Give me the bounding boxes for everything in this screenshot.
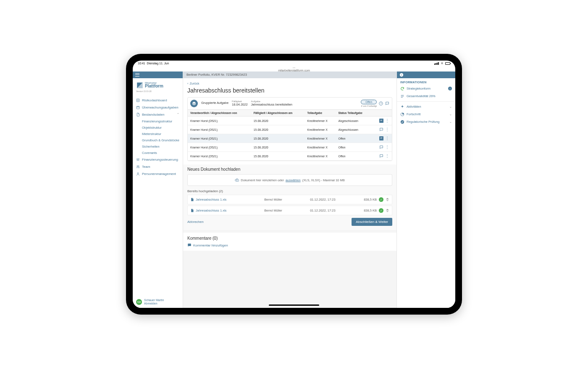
battery-icon — [445, 62, 450, 65]
breadcrumb-bar: Berliner Portfolio, KVER Nr. 72329982342… — [183, 71, 396, 78]
user-name: Schauer Martin — [144, 299, 164, 302]
upload-dropzone[interactable]: Dokument hier reinziehen oder auswählen … — [187, 174, 392, 186]
logout-link[interactable]: Abmelden — [144, 302, 164, 305]
task-progress: 2 von 4 erledigt — [361, 105, 377, 107]
nav-sub-sicherheiten[interactable]: Sicherheiten — [133, 143, 183, 150]
help-icon[interactable]: ? — [379, 101, 383, 106]
table-row[interactable]: Kramer Horst (D521)15.08.2020Kreditnehme… — [188, 125, 392, 134]
nav-sub-objekt[interactable]: Objektstruktur — [133, 124, 183, 131]
chevron-down-icon: ⌄ — [449, 113, 452, 116]
comments-title: Kommentare (0) — [187, 236, 392, 241]
cloud-upload-icon — [235, 178, 239, 182]
home-indicator[interactable] — [269, 304, 319, 306]
sparkle-icon — [400, 105, 404, 109]
user-avatar[interactable]: SM — [136, 299, 142, 305]
gauge-icon — [136, 98, 140, 102]
breadcrumb: Berliner Portfolio, KVER Nr. 72329982342… — [186, 73, 247, 77]
rb-aktivitaeten[interactable]: Aktivitäten ⌄ — [397, 103, 455, 111]
comment-outline-icon[interactable] — [379, 154, 383, 158]
upload-browse-link[interactable]: auswählen — [286, 178, 301, 182]
nav-sub-covenants[interactable]: Covenants — [133, 150, 183, 156]
file-icon — [190, 198, 194, 201]
table-row[interactable]: Kramer Horst (D521)15.08.2020Kreditnehme… — [188, 143, 392, 152]
refresh-icon — [400, 87, 404, 91]
svg-rect-0 — [136, 99, 139, 102]
sidebar-footer: SM Schauer Martin Abmelden — [133, 296, 183, 307]
table-row[interactable]: Kramer Horst (D521)15.08.2020Kreditnehme… — [188, 134, 392, 143]
logo-mark-icon — [136, 82, 144, 89]
row-menu-icon[interactable]: ⋮ — [385, 154, 389, 158]
comment-outline-icon[interactable] — [379, 127, 383, 132]
menu-toggle-icon[interactable] — [135, 73, 139, 77]
wifi-icon — [441, 62, 444, 65]
svg-text:?: ? — [380, 102, 382, 105]
row-menu-icon[interactable]: ⋮ — [385, 127, 389, 132]
svg-rect-13 — [402, 74, 402, 74]
task-status-pill: Offen — [361, 100, 377, 104]
pie-icon — [400, 112, 404, 116]
submit-button[interactable]: Abschließen & Weiter — [352, 218, 392, 226]
file-ok-icon — [379, 197, 383, 202]
svg-rect-2 — [136, 106, 139, 109]
lines-icon — [400, 94, 404, 98]
file-name[interactable]: Jahresabschluss 1.xls — [196, 198, 264, 201]
sidebar-nav: Risikodashboard Überwachungsaufgaben Bes… — [133, 96, 183, 297]
task-group-icon — [190, 100, 198, 107]
sliders-icon — [136, 158, 140, 161]
svg-rect-9 — [380, 137, 383, 140]
table-row[interactable]: Kramer Horst (D521)15.08.2020Kreditnehme… — [188, 116, 392, 125]
svg-point-1 — [137, 100, 139, 101]
chevron-up-icon: ⌃ — [177, 113, 179, 116]
delete-icon[interactable] — [386, 198, 389, 201]
signal-icon — [434, 62, 439, 65]
check-circle-icon — [400, 120, 404, 124]
row-menu-icon[interactable]: ⋮ — [385, 119, 389, 123]
back-link[interactable]: ‹ Zurück — [187, 82, 392, 85]
file-ok-icon — [379, 208, 383, 213]
comment-filled-icon[interactable] — [379, 119, 383, 123]
page-title: Jahresabschluss bereitstellen — [187, 87, 392, 94]
nav-sub-finanzierung[interactable]: Finanzierungsstruktur — [133, 118, 183, 124]
table-row[interactable]: Kramer Horst (D521)15.08.2020Kreditnehme… — [188, 152, 392, 161]
info-icon — [399, 73, 404, 77]
col-status: Status Teilaufgabe — [336, 109, 371, 116]
status-time: 10:41 — [138, 62, 145, 65]
nav-risikodashboard[interactable]: Risikodashboard — [133, 97, 183, 104]
status-date: Dienstag 11. Jun — [147, 62, 169, 65]
add-comment-link[interactable]: Kommentar hinzufügen — [187, 243, 392, 247]
subtask-table: Verantwortlich / Abgeschlossen von Fälli… — [188, 109, 392, 161]
brand-logo: Mitarbeiter Plattform Version 3.0.0-18 — [133, 78, 183, 96]
svg-point-4 — [138, 165, 139, 166]
rb-fortschritt[interactable]: Fortschritt ⌄ — [397, 111, 455, 118]
comment-filled-icon[interactable] — [379, 136, 383, 140]
svg-rect-10 — [188, 244, 191, 246]
comment-icon[interactable] — [385, 101, 389, 106]
rb-strategiekonform[interactable]: Strategiekonform i — [397, 85, 455, 93]
sidebar-topbar — [133, 71, 183, 78]
delete-icon[interactable] — [386, 209, 389, 212]
nav-personen[interactable]: Personenmanagement — [133, 170, 183, 177]
comment-add-icon — [187, 243, 192, 247]
row-menu-icon[interactable]: ⋮ — [385, 145, 389, 149]
comment-outline-icon[interactable] — [379, 145, 383, 149]
tablet-status-bar: 10:41 Dienstag 11. Jun — [133, 61, 455, 66]
chevron-left-icon: ‹ — [187, 82, 189, 85]
nav-sub-mieter[interactable]: Mieterstruktur — [133, 131, 183, 137]
rb-regpruefung[interactable]: Regulatorische Prüfung ⌄ — [397, 118, 455, 126]
calendar-icon — [136, 106, 140, 109]
rb-validitaet[interactable]: Gesamtvalidität 26% — [397, 93, 455, 100]
nav-ueberwachung[interactable]: Überwachungsaufgaben — [133, 104, 183, 111]
nav-finanzsteuerung[interactable]: Finanzierungssteuerung — [133, 156, 183, 163]
nav-sub-grundbuch[interactable]: Grundbuch & Grundstücke — [133, 137, 183, 143]
chevron-down-icon: ⌄ — [449, 120, 452, 124]
nav-team[interactable]: Team — [133, 163, 183, 170]
file-icon — [190, 209, 194, 212]
browser-url-bar: ••• mitarbeiterplattform.com — [133, 66, 455, 71]
info-badge-icon: i — [448, 87, 452, 90]
row-menu-icon[interactable]: ⋮ — [385, 136, 389, 140]
cancel-button[interactable]: Abbrechen — [187, 220, 204, 224]
col-sub: Teilaufgabe — [304, 109, 336, 116]
task-card: Gruppierte Aufgabe Fälligkeit 18.04.2022… — [187, 97, 392, 161]
file-name[interactable]: Jahresabschluss 1.xls — [196, 209, 264, 212]
nav-bestandsdaten[interactable]: Bestandsdaten ⌃ — [133, 111, 183, 118]
